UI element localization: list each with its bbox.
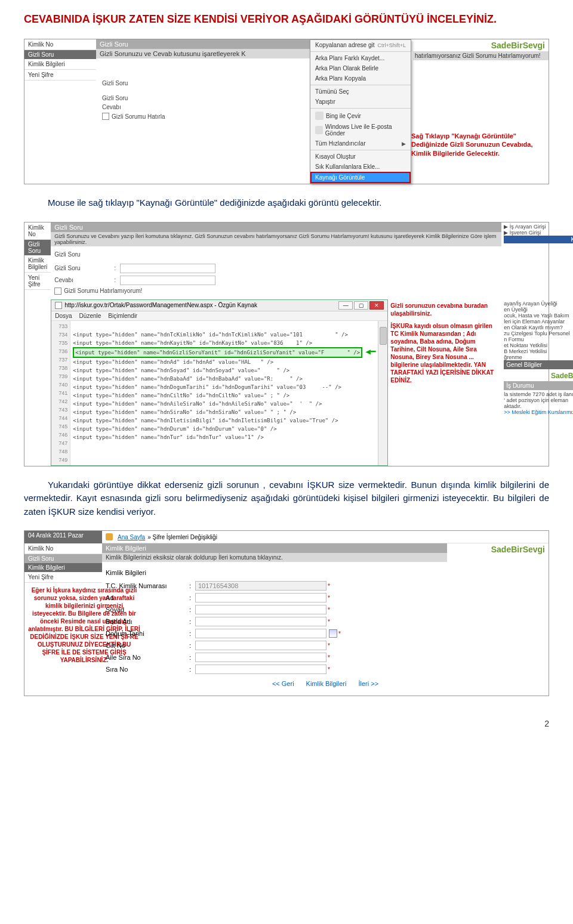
source-code: <input type="hidden" name="hdnTcKimlikNo… xyxy=(70,321,378,465)
note-gizli-cevap: Gizli sorunuzun cevabına buradan ulaşabi… xyxy=(390,302,499,317)
date-bar: 04 Aralık 2011 Pazar xyxy=(24,531,102,543)
ss3-sb-ys: Yeni Şifre xyxy=(24,572,102,583)
heading-1: CEVABINIDA İŞKUR ZATEN SİZE KENDİSİ VERİ… xyxy=(24,12,549,27)
ss2-lbl-cv: Cevabı xyxy=(54,277,114,283)
lbl-gizli-soru: Gizli Soru xyxy=(102,80,162,86)
sidebar-yeni-sifre: Yeni Şifre xyxy=(24,70,96,81)
lbl-sira: Sıra No xyxy=(106,666,189,673)
mail-icon xyxy=(315,126,323,134)
fld-aile[interactable] xyxy=(195,653,326,662)
ss2-sb-kno: Kimlik No xyxy=(24,222,51,240)
context-menu[interactable]: Kopyalanan adrese gitCtrl+Shift+L Arka P… xyxy=(310,39,411,184)
fld-sira[interactable] xyxy=(195,665,326,674)
ss2-lbl-hatirla: Gizli Sorumu Hatırlamıyorum! xyxy=(64,288,142,294)
menu-viewsrc[interactable]: Kaynağı Görüntüle xyxy=(310,172,411,183)
panel-desc-tail: hatırlamıyorsanız Gizli Sorumu Hatırlamı… xyxy=(415,52,541,59)
note-sag-tiklayip: Sağ Tıklayıp "Kaynağı Görüntüle" Dediğin… xyxy=(411,132,549,157)
ss3-sb-gs: Gizli Soru xyxy=(24,554,102,563)
ss2-fld-cv[interactable] xyxy=(120,276,215,285)
link-mesleki[interactable]: >> Mesleki Eğitim Kurslarımız xyxy=(504,409,573,415)
fld-tc[interactable]: 10171654308 xyxy=(195,581,326,591)
panel-title-gizli-soru: Gizli Soru xyxy=(96,39,310,49)
scrollbar-thumb[interactable] xyxy=(380,327,387,345)
scrollbar-v[interactable] xyxy=(378,321,387,465)
lbl-ad: Ad xyxy=(106,594,189,601)
menu-selall[interactable]: Tümünü Seç xyxy=(310,86,411,97)
panel-desc-trunc: Gizli Sorunuzu ve Cevab kutusunu işaretl… xyxy=(100,50,246,57)
hdr-isdurumu: İş Durumu xyxy=(504,381,573,390)
link-isarayan[interactable]: İş Arayan Girişi xyxy=(510,224,546,230)
code-highlight-gizlisoru: <input type="hidden" name="hdnGizliSoruY… xyxy=(73,347,362,358)
close-button[interactable]: ✕ xyxy=(369,301,384,310)
menu-accel[interactable]: Tüm Hızlandırıcılar▶ xyxy=(310,138,411,149)
menu-bing[interactable]: Bing ile Çevir xyxy=(310,110,411,122)
lbl-aile: Aile Sıra No xyxy=(106,654,189,661)
lbl-dogum: Doğum Tarihi xyxy=(106,630,189,637)
ss2-lbl-gs-title: Gizli Soru xyxy=(54,251,114,258)
breadcrumb: Ana Sayfa » Şifre İşlemleri Değişikliği xyxy=(102,531,549,543)
bc-ana[interactable]: Ana Sayfa xyxy=(118,534,145,540)
ss2-sb-gs: Gizli Soru xyxy=(24,240,51,255)
fld-soyad[interactable] xyxy=(195,605,326,614)
menu-setbg[interactable]: Arka Plan Olarak Belirle xyxy=(310,63,411,73)
watermark-2: SadeBirSevgi xyxy=(504,370,573,381)
lbl-baba: Baba Adı xyxy=(106,618,189,625)
menu-wlive[interactable]: Windows Live ile E-posta Gönder xyxy=(310,122,411,138)
lbl-soyad: Soyad xyxy=(106,606,189,613)
link-isveren[interactable]: İşveren Girişi xyxy=(510,230,541,236)
max-button[interactable]: ▢ xyxy=(354,301,368,310)
watermark-3: SadeBirSevgi xyxy=(447,543,549,562)
quicklinks-list: ayan/İş Arayan Üyeliği en Üyeliği ocuk, … xyxy=(504,301,573,360)
screenshot-1: Kimlik No Gizli Soru Kimlik Bilgileri Ye… xyxy=(24,39,549,184)
menu-addfav[interactable]: Sık Kullanılanlara Ekle... xyxy=(310,162,411,172)
hdr-genel: Genel Bilgiler xyxy=(504,360,573,369)
screenshot-3: 04 Aralık 2011 Pazar Ana Sayfa » Şifre İ… xyxy=(24,530,549,696)
ss3-sb-kb: Kimlik Bilgileri xyxy=(24,563,102,572)
ss3-panel-desc: Kimlik Bilgilerinizi eksiksiz olarak dol… xyxy=(102,553,447,562)
fld-ad[interactable] xyxy=(195,593,326,602)
lbl-cevabi: Cevabı xyxy=(102,104,162,110)
chk-hatirla[interactable] xyxy=(102,113,109,120)
menu-paste: Yapıştır xyxy=(310,97,411,107)
link-ileri[interactable]: İleri >> xyxy=(358,680,378,687)
lbl-hatirla: Gizli Sorumu Hatırla xyxy=(112,113,165,120)
menu-saveas[interactable]: Arka Planı Farklı Kaydet... xyxy=(310,53,411,63)
fld-cilt[interactable] xyxy=(195,641,326,650)
hdr-kisayollar: Kısayollar xyxy=(504,236,573,243)
home-icon xyxy=(106,533,113,540)
para-1: Mouse ile sağ tıklayıp "Kaynağı Görüntül… xyxy=(24,196,549,210)
ss2-fld-gs[interactable] xyxy=(120,264,215,273)
lbl-cilt: Cilt No xyxy=(106,642,189,649)
link-kb[interactable]: Kimlik Bilgileri xyxy=(306,680,347,687)
menu-file[interactable]: Dosya xyxy=(55,313,72,319)
lbl-tc: T.C. Kimlik Numarası xyxy=(106,582,189,589)
ss3-subtitle: Kimlik Bilgileri xyxy=(106,565,545,580)
para-2: Yukarıdaki görüntüye dikkat ederseniz gi… xyxy=(24,478,549,519)
watermark-1: SadeBirSevgi xyxy=(411,39,549,51)
sidebar-gizli-soru: Gizli Soru xyxy=(24,50,96,59)
menu-edit[interactable]: Düzenle xyxy=(79,313,101,319)
ss2-panel-desc: Gizli Sorunuzu ve Cevabını yazıp İleri k… xyxy=(51,232,501,246)
ss2-panel-title: Gizli Soru xyxy=(51,222,501,232)
sidebar-kimlik-bilgileri: Kimlik Bilgileri xyxy=(24,59,96,70)
menu-shortcut[interactable]: Kısayol Oluştur xyxy=(310,152,411,162)
fld-baba[interactable] xyxy=(195,617,326,626)
ss2-chk-hatirla[interactable] xyxy=(54,288,61,295)
line-gutter: 733734735 736737738 739740741 742743744 … xyxy=(51,321,70,465)
menu-copy-addr[interactable]: Kopyalanan adrese gitCtrl+Shift+L xyxy=(310,40,411,50)
menu-copybg[interactable]: Arka Planı Kopyala xyxy=(310,73,411,84)
min-button[interactable]: — xyxy=(338,301,353,310)
chevron-right-icon: ▶ xyxy=(402,141,406,147)
ss2-sb-ys: Yeni Şifre xyxy=(24,273,51,290)
bing-icon xyxy=(315,112,324,120)
page-number: 2 xyxy=(0,714,573,740)
source-title: http://iskur.gov.tr/Ortak/PasswordManage… xyxy=(64,302,257,308)
isdurumu-text: la sistemde 7270 adet iş ilanı ile ' ade… xyxy=(504,391,573,409)
calendar-icon[interactable] xyxy=(329,629,337,638)
ss2-sb-kb: Kimlik Bilgileri xyxy=(24,255,51,273)
bc-sep: » Şifre İşlemleri Değişikliği xyxy=(147,534,217,540)
sidebar-kimlik-no: Kimlik No xyxy=(24,39,96,50)
menu-format[interactable]: Biçimlendir xyxy=(108,313,137,319)
link-geri[interactable]: << Geri xyxy=(272,680,294,687)
fld-dogum[interactable] xyxy=(195,629,326,638)
